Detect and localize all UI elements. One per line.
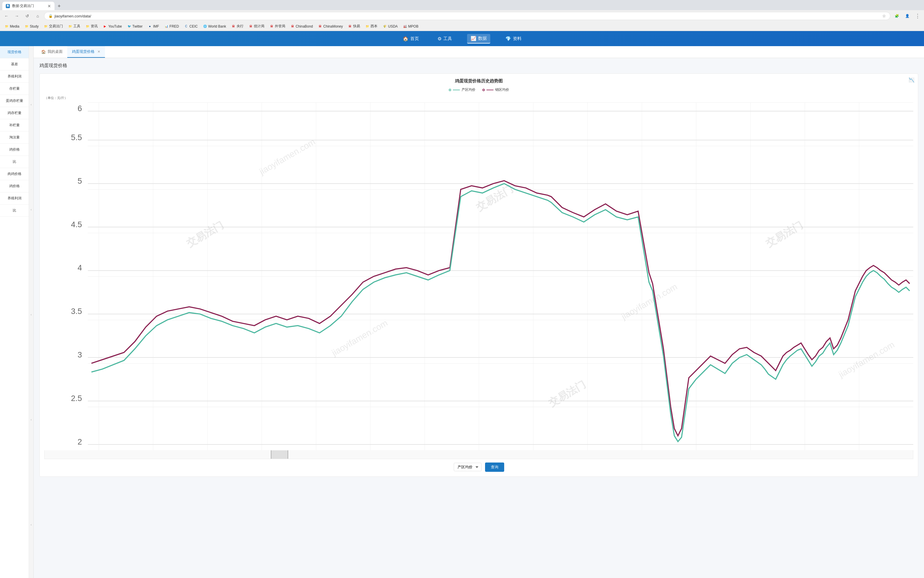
collapse-arrow-5: ‹ (31, 521, 32, 529)
profile-button[interactable]: 👤 (903, 12, 911, 20)
sidebar-label-breeding-profit: 养殖利润 (8, 74, 21, 78)
bookmark-icon-twitter: 🐦 (127, 24, 131, 28)
bookmark-study[interactable]: 📁Study (22, 23, 41, 29)
bookmark-icon-ceic: C (184, 24, 188, 28)
bookmark-label-usda: USDA (388, 24, 398, 28)
menu-button[interactable]: ⋮ (914, 12, 922, 20)
bookmark-mpob[interactable]: 🏭MPOB (401, 23, 421, 29)
forward-button[interactable]: → (13, 12, 21, 20)
sidebar-item-eliminate[interactable]: 淘汰量 (0, 132, 29, 144)
sidebar-item-ratio[interactable]: 比 (0, 156, 29, 168)
sidebar-item-breeding-profit[interactable]: 养殖利润 (0, 70, 29, 83)
bookmark-icon-chinabond: 🏛 (291, 24, 295, 28)
bookmark-icon-fred: 📊 (164, 24, 168, 28)
nav-label-tools: 工具 (443, 36, 452, 42)
bookmark-ceic[interactable]: CCEIC (182, 23, 200, 29)
bookmark-chinamoney[interactable]: 🏛ChinaMoney (316, 23, 345, 29)
sidebar-item-ratio2[interactable]: 比 (0, 205, 29, 217)
bookmark-label-fred: FRED (170, 24, 179, 28)
nav-item-home[interactable]: 🏠首页 (399, 34, 422, 43)
extensions-button[interactable]: 🧩 (893, 12, 901, 20)
sidebar-label-eliminate: 淘汰量 (9, 135, 20, 139)
svg-text:3.5: 3.5 (71, 307, 82, 316)
sidebar-item-chicken-storage[interactable]: 鸡存栏量 (0, 107, 29, 119)
bookmark-youtube[interactable]: ▶YouTube (100, 23, 124, 29)
bookmark-icon-tongjiju: 🏛 (249, 24, 253, 28)
chart-navigator[interactable] (44, 450, 913, 459)
bookmark-icon-study: 📁 (25, 24, 29, 28)
bookmark-worldbank[interactable]: 🌐World Bank (201, 23, 228, 29)
refresh-button[interactable]: ↺ (23, 12, 31, 20)
nav-handle[interactable] (271, 450, 288, 459)
sidebar-label-egg-storage: 蛋鸡存栏量 (6, 99, 23, 103)
chart-svg-wrapper: （单位：元/斤） 2 2.5 3 (44, 96, 913, 450)
bookmark-label-mpob: MPOB (408, 24, 418, 28)
tab-close-egg-spot[interactable]: ✕ (97, 50, 100, 54)
bookmark-yangxing[interactable]: 🏛央行 (229, 23, 246, 29)
tab-close-button[interactable]: ✕ (47, 4, 51, 8)
nav-item-tools[interactable]: ⚙工具 (434, 34, 455, 43)
sidebar-label-ratio2: 比 (13, 208, 16, 213)
sidebar-item-pig-profit[interactable]: 养殖利润 (0, 192, 29, 205)
bookmark-imf[interactable]: ●IMF (146, 23, 162, 29)
sidebar-label-meat-price: 肉鸡价格 (8, 172, 21, 176)
bookmark-chinabond[interactable]: 🏛ChinaBond (288, 23, 315, 29)
sidebar-label-chicken-price2: 鸡价格 (9, 184, 20, 188)
sidebar-item-storage[interactable]: 存栏量 (0, 83, 29, 95)
bookmark-label-jiaoyimen: 交易法门 (49, 24, 63, 29)
chart-svg: 2 2.5 3 3.5 4 4.5 5 5.5 6 (44, 102, 913, 450)
app-container: 🏠首页⚙工具📈数据💎资料 现货价格基差养殖利润存栏量蛋鸡存栏量鸡存栏量补栏量淘汰… (0, 31, 924, 578)
bookmark-label-worldbank: World Bank (208, 24, 226, 28)
bookmark-tongjiju[interactable]: 🏛统计局 (246, 23, 267, 29)
panel-title: 鸡蛋现货价格 (39, 63, 918, 69)
bookmark-jiaoyimen[interactable]: 📁交易法门 (42, 23, 65, 29)
chart-panel: 鸡蛋现货价格 📉 鸡蛋现货价格历史趋势图 产区均价 销区均 (34, 58, 924, 578)
query-button[interactable]: 查询 (485, 463, 504, 472)
bookmark-kuaibo[interactable]: 🏛快易 (346, 23, 362, 29)
bookmark-waiguanju[interactable]: 🏛外管局 (267, 23, 288, 29)
bookmark-icon-yangxing: 🏛 (231, 24, 235, 28)
address-text: jiaoyifamen.com/data/ (55, 14, 91, 18)
chart-type-icon[interactable]: 📉 (909, 77, 914, 83)
legend-label-consumer: 销区均价 (495, 87, 509, 92)
bookmark-xinwen[interactable]: 📁资讯 (83, 23, 100, 29)
bookmark-media[interactable]: 📁Media (2, 23, 22, 29)
active-tab[interactable]: 数 数据·交易法门 ✕ (2, 2, 55, 10)
bookmark-twitter[interactable]: 🐦Twitter (125, 23, 145, 29)
price-type-select[interactable]: 产区均价 销区均价 全国均价 (454, 463, 482, 471)
bookmark-label-kuaibo: 快易 (353, 24, 360, 29)
bookmark-usda[interactable]: 🌾USDA (380, 23, 400, 29)
legend-consumer: 销区均价 (482, 87, 509, 92)
sidebar-label-spot-price: 现货价格 (8, 50, 21, 54)
content-tab-desktop[interactable]: 🏠我的桌面 (37, 46, 67, 58)
address-bar-row: ← → ↺ ⌂ 🔒 jiaoyifamen.com/data/ ☆ 🧩 👤 ⋮ (0, 10, 924, 22)
sidebar-item-spot-price[interactable]: 现货价格 (0, 46, 29, 58)
nav-icon-home: 🏠 (403, 36, 408, 42)
nav-item-data[interactable]: 📈数据 (467, 34, 490, 44)
bookmark-star-icon[interactable]: ☆ (882, 14, 886, 18)
new-tab-button[interactable]: + (55, 2, 63, 10)
svg-text:2: 2 (78, 437, 82, 446)
chart-title: 鸡蛋现货价格历史趋势图 (44, 78, 913, 84)
sidebar-item-basis[interactable]: 基差 (0, 58, 29, 70)
sidebar-item-supplement[interactable]: 补栏量 (0, 119, 29, 132)
home-button[interactable]: ⌂ (34, 12, 42, 20)
nav-label-home: 首页 (410, 36, 419, 42)
sidebar-item-meat-price[interactable]: 肉鸡价格 (0, 168, 29, 180)
sidebar-collapse[interactable]: ‹ ‹ ‹ ‹ ‹ (29, 46, 34, 578)
bookmark-label-imf: IMF (153, 24, 159, 28)
bookmarks-bar: 📁Media📁Study📁交易法门📁工具📁资讯▶YouTube🐦Twitter●… (0, 22, 924, 31)
address-bar[interactable]: 🔒 jiaoyifamen.com/data/ ☆ (44, 12, 890, 20)
bookmark-fred[interactable]: 📊FRED (162, 23, 181, 29)
svg-text:2.5: 2.5 (71, 394, 82, 403)
top-nav: 🏠首页⚙工具📈数据💎资料 (0, 31, 924, 46)
sidebar-item-chicken-price[interactable]: 鸡价格 (0, 144, 29, 156)
nav-item-resources[interactable]: 💎资料 (502, 34, 525, 43)
bookmark-xixi[interactable]: 📁西本 (363, 23, 380, 29)
back-button[interactable]: ← (2, 12, 10, 20)
bookmark-icon-youtube: ▶ (103, 24, 107, 28)
bookmark-tools[interactable]: 📁工具 (66, 23, 83, 29)
content-tab-egg-spot[interactable]: 鸡蛋现货价格✕ (67, 46, 105, 58)
sidebar-item-chicken-price2[interactable]: 鸡价格 (0, 180, 29, 192)
sidebar-item-egg-storage[interactable]: 蛋鸡存栏量 (0, 95, 29, 107)
